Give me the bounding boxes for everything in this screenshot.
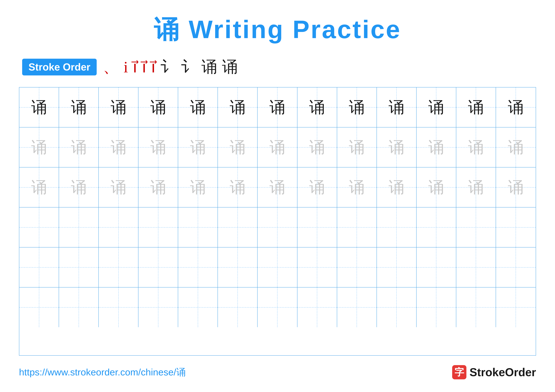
grid-cell-r2-c4: 诵 <box>139 128 178 167</box>
grid-cell-r4-c12[interactable] <box>456 207 496 247</box>
grid-cell-r3-c2: 诵 <box>59 167 99 207</box>
grid-cell-r4-c8[interactable] <box>297 207 337 247</box>
grid-cell-r1-c3: 诵 <box>99 87 139 127</box>
char-r1-c9: 诵 <box>349 100 365 115</box>
grid-cell-r1-c10: 诵 <box>377 87 416 127</box>
char-r2-c11: 诵 <box>428 139 444 155</box>
grid-cell-r6-c10[interactable] <box>377 287 416 327</box>
char-r2-c5: 诵 <box>190 139 206 155</box>
char-r2-c3: 诵 <box>110 139 126 155</box>
grid-cell-r1-c8: 诵 <box>297 87 337 127</box>
grid-cell-r5-c5[interactable] <box>178 248 218 287</box>
char-r3-c2: 诵 <box>71 179 87 195</box>
grid-cell-r4-c13[interactable] <box>496 207 536 247</box>
stroke-step-2: i <box>124 58 128 76</box>
grid-cell-r4-c9[interactable] <box>337 207 377 247</box>
grid-row-3: 诵 诵 诵 诵 诵 诵 诵 诵 诵 <box>19 167 536 207</box>
stroke-order-badge: Stroke Order <box>22 59 97 75</box>
grid-cell-r1-c13: 诵 <box>496 87 536 127</box>
char-r2-c6: 诵 <box>230 139 246 155</box>
stroke-step-6: 讠 <box>160 56 176 78</box>
char-r1-c2: 诵 <box>71 100 87 115</box>
stroke-sequence: 、 i i⃗ i⃗ i⃗ 讠 讠 诵 诵 <box>103 56 238 78</box>
char-r3-c12: 诵 <box>468 179 484 195</box>
title-text: Writing Practice <box>189 15 401 43</box>
stroke-step-3: i⃗ <box>133 58 137 76</box>
footer-url[interactable]: https://www.strokeorder.com/chinese/诵 <box>19 366 186 379</box>
char-r3-c9: 诵 <box>349 179 365 195</box>
practice-grid: 诵 诵 诵 诵 诵 诵 诵 诵 诵 <box>19 87 536 356</box>
grid-cell-r5-c10[interactable] <box>377 248 416 287</box>
grid-cell-r6-c2[interactable] <box>59 287 99 327</box>
grid-cell-r6-c3[interactable] <box>99 287 139 327</box>
grid-cell-r5-c11[interactable] <box>416 248 456 287</box>
grid-cell-r2-c3: 诵 <box>99 128 139 167</box>
footer: https://www.strokeorder.com/chinese/诵 字 … <box>19 356 536 379</box>
grid-cell-r6-c8[interactable] <box>297 287 337 327</box>
grid-cell-r1-c11: 诵 <box>416 87 456 127</box>
grid-cell-r5-c12[interactable] <box>456 248 496 287</box>
grid-cell-r5-c4[interactable] <box>139 248 178 287</box>
grid-cell-r6-c12[interactable] <box>456 287 496 327</box>
grid-cell-r3-c8: 诵 <box>297 167 337 207</box>
grid-cell-r3-c5: 诵 <box>178 167 218 207</box>
char-r3-c8: 诵 <box>309 179 325 195</box>
char-r2-c9: 诵 <box>349 139 365 155</box>
char-r1-c3: 诵 <box>110 100 126 115</box>
footer-logo: 字 StrokeOrder <box>452 365 536 379</box>
char-r3-c13: 诵 <box>508 179 524 195</box>
grid-cell-r3-c9: 诵 <box>337 167 377 207</box>
stroke-step-7: 讠 <box>181 56 197 78</box>
grid-cell-r4-c11[interactable] <box>416 207 456 247</box>
grid-cell-r4-c7[interactable] <box>258 207 297 247</box>
grid-cell-r5-c6[interactable] <box>218 248 258 287</box>
char-r1-c5: 诵 <box>190 100 206 115</box>
grid-cell-r6-c7[interactable] <box>258 287 297 327</box>
grid-cell-r5-c7[interactable] <box>258 248 297 287</box>
grid-cell-r2-c11: 诵 <box>416 128 456 167</box>
char-r2-c10: 诵 <box>388 139 404 155</box>
grid-cell-r6-c5[interactable] <box>178 287 218 327</box>
grid-cell-r4-c6[interactable] <box>218 207 258 247</box>
grid-cell-r6-c9[interactable] <box>337 287 377 327</box>
grid-cell-r3-c6: 诵 <box>218 167 258 207</box>
char-r1-c10: 诵 <box>388 100 404 115</box>
grid-cell-r2-c6: 诵 <box>218 128 258 167</box>
grid-cell-r6-c4[interactable] <box>139 287 178 327</box>
grid-cell-r1-c4: 诵 <box>139 87 178 127</box>
grid-cell-r6-c13[interactable] <box>496 287 536 327</box>
char-r3-c3: 诵 <box>110 179 126 195</box>
stroke-order-row: Stroke Order 、 i i⃗ i⃗ i⃗ 讠 讠 诵 诵 <box>19 56 536 78</box>
grid-cell-r3-c11: 诵 <box>416 167 456 207</box>
footer-logo-icon: 字 <box>452 365 466 379</box>
grid-cell-r6-c6[interactable] <box>218 287 258 327</box>
grid-cell-r5-c3[interactable] <box>99 248 139 287</box>
page-title: 诵 Writing Practice <box>154 13 401 47</box>
title-chinese-char: 诵 <box>154 15 180 43</box>
char-r1-c8: 诵 <box>309 100 325 115</box>
stroke-step-1: 、 <box>103 56 119 78</box>
page: 诵 Writing Practice Stroke Order 、 i i⃗ i… <box>0 0 555 392</box>
grid-cell-r5-c8[interactable] <box>297 248 337 287</box>
grid-cell-r4-c5[interactable] <box>178 207 218 247</box>
grid-cell-r1-c1: 诵 <box>19 87 59 127</box>
grid-cell-r4-c10[interactable] <box>377 207 416 247</box>
grid-cell-r6-c1[interactable] <box>19 287 59 327</box>
char-r2-c1: 诵 <box>31 139 47 155</box>
grid-cell-r3-c4: 诵 <box>139 167 178 207</box>
grid-cell-r1-c2: 诵 <box>59 87 99 127</box>
grid-cell-r4-c1[interactable] <box>19 207 59 247</box>
grid-cell-r5-c2[interactable] <box>59 248 99 287</box>
grid-cell-r6-c11[interactable] <box>416 287 456 327</box>
grid-cell-r4-c2[interactable] <box>59 207 99 247</box>
grid-cell-r3-c10: 诵 <box>377 167 416 207</box>
grid-row-6 <box>19 287 536 327</box>
grid-cell-r5-c9[interactable] <box>337 248 377 287</box>
grid-cell-r1-c5: 诵 <box>178 87 218 127</box>
grid-cell-r4-c3[interactable] <box>99 207 139 247</box>
grid-cell-r5-c1[interactable] <box>19 248 59 287</box>
grid-cell-r5-c13[interactable] <box>496 248 536 287</box>
grid-cell-r4-c4[interactable] <box>139 207 178 247</box>
char-r2-c2: 诵 <box>71 139 87 155</box>
grid-cell-r3-c7: 诵 <box>258 167 297 207</box>
